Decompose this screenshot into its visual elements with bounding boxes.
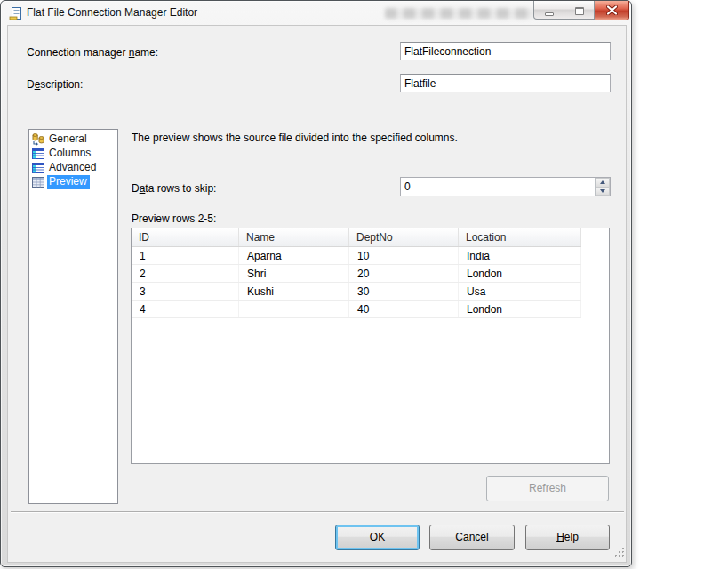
flat-file-connection-manager-editor-window: Flat File Connection Manager Editor Conn… xyxy=(0,0,632,567)
column-header-name: Name xyxy=(239,228,349,246)
close-button[interactable] xyxy=(595,1,629,20)
cell-name: Shri xyxy=(239,265,349,282)
cancel-button[interactable]: Cancel xyxy=(429,525,515,550)
chevron-up-icon xyxy=(600,180,605,184)
connection-manager-name-label: Connection manager name: xyxy=(27,46,158,59)
grid-icon xyxy=(32,176,44,188)
cell-id: 1 xyxy=(132,247,239,264)
table-header-row: ID Name DeptNo Location xyxy=(132,228,581,247)
connection-manager-name-input[interactable] xyxy=(400,42,611,60)
ok-button[interactable]: OK xyxy=(335,525,420,550)
help-button[interactable]: Help xyxy=(525,525,610,550)
table-row[interactable]: 1 Aparna 10 India xyxy=(132,247,581,265)
table-columns-icon xyxy=(32,148,44,160)
sidebar-item-label: Advanced xyxy=(47,161,99,175)
spin-down-button[interactable] xyxy=(596,187,610,196)
refresh-button[interactable]: Refresh xyxy=(486,476,609,501)
data-rows-to-skip-label: Data rows to skip: xyxy=(132,182,216,195)
cell-location: Usa xyxy=(459,283,581,300)
cell-location: India xyxy=(459,247,581,264)
titlebar[interactable]: Flat File Connection Manager Editor xyxy=(1,1,631,25)
window-controls xyxy=(533,1,629,20)
data-rows-to-skip-input[interactable] xyxy=(401,178,595,196)
table-row[interactable]: 3 Kushi 30 Usa xyxy=(132,283,581,301)
cell-name: Kushi xyxy=(239,283,349,300)
table-columns-icon xyxy=(32,162,44,174)
cell-name xyxy=(239,301,349,317)
column-header-id: ID xyxy=(132,228,239,246)
chevron-down-icon xyxy=(600,189,605,193)
cell-deptno: 40 xyxy=(349,301,459,317)
window-title: Flat File Connection Manager Editor xyxy=(27,1,197,24)
maximize-button[interactable] xyxy=(564,1,595,20)
pages-listbox: General Columns xyxy=(28,129,118,504)
sidebar-item-general[interactable]: General xyxy=(29,132,117,147)
sidebar-item-label: Columns xyxy=(47,147,93,161)
cell-deptno: 10 xyxy=(349,247,459,264)
preview-info-text: The preview shows the source file divide… xyxy=(132,132,458,144)
cell-id: 4 xyxy=(132,301,239,317)
column-header-deptno: DeptNo xyxy=(349,228,459,246)
cell-location: London xyxy=(459,265,581,282)
sidebar-item-advanced[interactable]: Advanced xyxy=(29,161,117,175)
cell-name: Aparna xyxy=(239,247,349,264)
cell-deptno: 30 xyxy=(349,283,459,300)
cell-location: London xyxy=(459,301,581,317)
sidebar-item-columns[interactable]: Columns xyxy=(29,147,117,161)
cell-id: 3 xyxy=(132,283,239,300)
cell-deptno: 20 xyxy=(349,265,459,282)
preview-grid: ID Name DeptNo Location 1 Aparna 10 Indi… xyxy=(131,228,610,464)
table-row[interactable]: 4 40 London xyxy=(132,301,581,318)
sidebar-item-label: General xyxy=(47,132,90,147)
close-icon xyxy=(606,5,618,15)
sidebar-item-label: Preview xyxy=(47,175,90,189)
screen: Flat File Connection Manager Editor Conn… xyxy=(0,0,728,569)
preview-rows-label: Preview rows 2-5: xyxy=(132,212,216,225)
maximize-icon xyxy=(575,7,584,15)
dialog-client-area: Connection manager name: Description: Ge… xyxy=(7,25,627,563)
spinner-buttons xyxy=(595,178,610,196)
description-label: Description: xyxy=(27,78,83,91)
connection-icon xyxy=(32,133,44,146)
redacted-watermark xyxy=(385,8,534,19)
resize-grip[interactable] xyxy=(613,546,626,558)
minimize-icon xyxy=(545,12,554,16)
column-header-location: Location xyxy=(459,228,581,246)
spin-up-button[interactable] xyxy=(596,178,610,187)
data-rows-to-skip-spinner xyxy=(400,177,611,196)
table-row[interactable]: 2 Shri 20 London xyxy=(132,265,581,283)
description-input[interactable] xyxy=(400,74,611,92)
footer-separator xyxy=(11,511,624,513)
minimize-button[interactable] xyxy=(533,1,564,20)
cell-id: 2 xyxy=(132,265,239,282)
sidebar-item-preview[interactable]: Preview xyxy=(29,175,117,189)
document-icon xyxy=(9,6,23,21)
preview-table: ID Name DeptNo Location 1 Aparna 10 Indi… xyxy=(132,228,581,318)
